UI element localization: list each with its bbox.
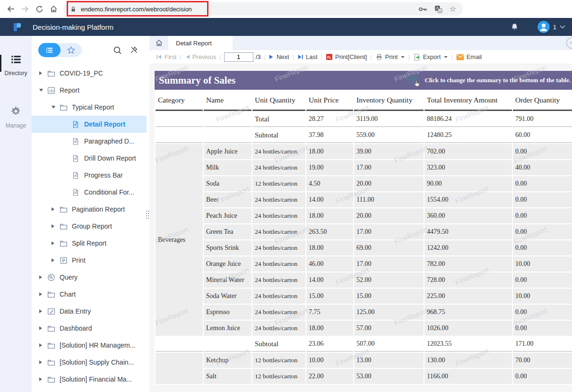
subtotal-label: Subtotal <box>252 128 305 143</box>
rail-item-directory[interactable]: Directory <box>0 55 32 77</box>
tree-item-data-entry[interactable]: Data Entry <box>32 303 147 320</box>
expand-arrow-icon[interactable] <box>39 343 47 347</box>
next-label: Next <box>277 53 289 60</box>
list-view-toggle[interactable] <box>38 43 61 57</box>
tab-bar: Detail Report •• <box>149 36 572 50</box>
expand-arrow-icon[interactable] <box>39 71 47 75</box>
email-button[interactable]: Email <box>456 53 482 60</box>
folder-icon <box>47 69 56 77</box>
unit-quantity-cell: 24 bottles/carton <box>252 224 305 239</box>
toolbar-separator: | <box>370 53 372 60</box>
subtotal-value: 12023.55 <box>425 337 512 352</box>
tree-item-progress-bar[interactable]: Progress Bar <box>32 167 147 184</box>
value-cell: 702.00 <box>425 144 512 159</box>
first-button[interactable]: First <box>156 53 176 60</box>
tree-item-group-report[interactable]: Group Report <box>32 218 147 235</box>
tree-item-chart[interactable]: Chart <box>32 286 147 303</box>
reload-icon[interactable] <box>32 2 46 16</box>
browser-home-icon[interactable] <box>46 2 61 16</box>
expand-arrow-icon[interactable] <box>39 275 47 279</box>
tree-item-drill-down-report[interactable]: Drill Down Report <box>32 150 147 167</box>
notification-bell-icon[interactable] <box>511 23 519 31</box>
translate-icon[interactable]: Aa <box>434 5 442 13</box>
page-number-input[interactable] <box>224 52 253 62</box>
tree-item-conditional-for[interactable]: Conditional For... <box>32 184 147 201</box>
export-button[interactable]: Export <box>413 53 448 61</box>
previous-button[interactable]: Previous <box>185 53 217 60</box>
toolbar-separator: | <box>180 53 181 60</box>
home-tab-icon[interactable] <box>149 36 168 50</box>
tree-item-label: Drill Down Report <box>84 154 136 162</box>
value-cell: 1242.00 <box>425 240 512 256</box>
tree-item-split-report[interactable]: Split Report <box>32 235 147 252</box>
next-button[interactable]: Next <box>269 53 289 60</box>
table-row: Subtotal37.98559.0012480.2560.00 <box>156 128 572 143</box>
toolbar-separator: | <box>451 53 452 60</box>
address-bar[interactable]: endemo.finereport.com/webroot/decision A… <box>63 2 463 16</box>
tree-item-print[interactable]: Print <box>32 252 147 269</box>
tree-item-report[interactable]: Report <box>32 82 147 99</box>
expand-arrow-icon[interactable] <box>52 258 60 262</box>
tree-item-typical-report[interactable]: Typical Report <box>32 99 147 116</box>
favorites-star-icon[interactable] <box>61 46 82 54</box>
tree-item-pagination-report[interactable]: Pagination Report <box>32 201 147 218</box>
search-icon[interactable] <box>113 46 122 55</box>
print-button[interactable]: Print <box>375 53 405 60</box>
forward-icon[interactable] <box>18 2 32 16</box>
print-client-button[interactable]: FLPrint[Client] <box>326 53 367 60</box>
tree-item-solution-financial-ma[interactable]: [Solution] Financial Ma... <box>32 371 147 388</box>
tab-detail-report[interactable]: Detail Report <box>168 36 233 50</box>
main-area: Detail Report •• First|Previous|/3|Next|… <box>149 36 572 392</box>
value-cell: 18.00 <box>306 321 353 336</box>
summary-toggle-icon[interactable] <box>407 75 419 85</box>
tree-item-label: Paragraphed D... <box>84 137 135 145</box>
value-cell: 17.00 <box>354 256 424 272</box>
user-avatar[interactable] <box>537 21 550 33</box>
value-cell: 69.00 <box>354 240 424 256</box>
finereport-logo-icon <box>12 22 22 32</box>
value-cell: 14.00 <box>306 273 353 288</box>
tree-item-solution-hr-managem[interactable]: [Solution] HR Managem... <box>32 337 147 354</box>
toolbar-separator: | <box>219 53 221 60</box>
unpin-icon[interactable] <box>130 46 138 54</box>
value-cell: 4.50 <box>306 176 353 191</box>
chevron-down-icon[interactable] <box>560 25 565 29</box>
last-button[interactable]: Last <box>297 53 318 60</box>
collapse-arrow-icon[interactable] <box>39 89 47 92</box>
table-row: Peach Juice24 bottles/carton18.0020.0036… <box>156 208 572 223</box>
column-header-name: Name <box>204 91 251 111</box>
rail-directory-label: Directory <box>4 70 27 77</box>
tree-item-dashboard[interactable]: Dashboard <box>32 320 147 337</box>
export-icon <box>413 53 421 61</box>
expand-arrow-icon[interactable] <box>39 292 47 296</box>
tree-item-query[interactable]: Query <box>32 269 147 286</box>
back-icon[interactable] <box>4 2 18 16</box>
name-cell: Salt <box>204 369 251 384</box>
unit-quantity-cell: 24 bottles/carton <box>252 160 305 175</box>
refresh-interval-icon[interactable]: •• <box>566 37 572 49</box>
tree-item-detail-report[interactable]: Detail Report <box>32 116 147 133</box>
key-icon[interactable] <box>418 6 427 12</box>
tree-item-paragraphed-d[interactable]: Paragraphed D... <box>32 133 147 150</box>
expand-arrow-icon[interactable] <box>39 360 47 364</box>
expand-arrow-icon[interactable] <box>52 241 60 245</box>
toolbar-separator: | <box>293 53 294 60</box>
value-cell: 52.00 <box>354 273 424 288</box>
user-count: 1 <box>553 24 556 31</box>
expand-arrow-icon[interactable] <box>52 207 60 211</box>
tree-item-covid-19-pc[interactable]: COVID-19_PC <box>32 65 147 82</box>
expand-arrow-icon[interactable] <box>39 377 47 381</box>
folder-icon <box>47 341 56 349</box>
value-cell: 0.00 <box>513 176 572 191</box>
rail-item-manage[interactable]: Manage <box>0 106 32 129</box>
name-cell: Peach Juice <box>204 208 251 223</box>
report-content: Summary of Sales Click to change the sum… <box>149 64 572 385</box>
email-icon <box>456 54 464 60</box>
bookmark-star-icon[interactable]: ☆ <box>450 5 456 13</box>
expand-arrow-icon[interactable] <box>52 224 60 228</box>
expand-arrow-icon[interactable] <box>39 326 47 330</box>
collapse-arrow-icon[interactable] <box>52 106 60 109</box>
previous-label: Previous <box>192 53 217 60</box>
tree-item-solution-supply-chain[interactable]: [Solution] Supply Chain... <box>32 354 147 371</box>
expand-arrow-icon[interactable] <box>39 309 47 313</box>
